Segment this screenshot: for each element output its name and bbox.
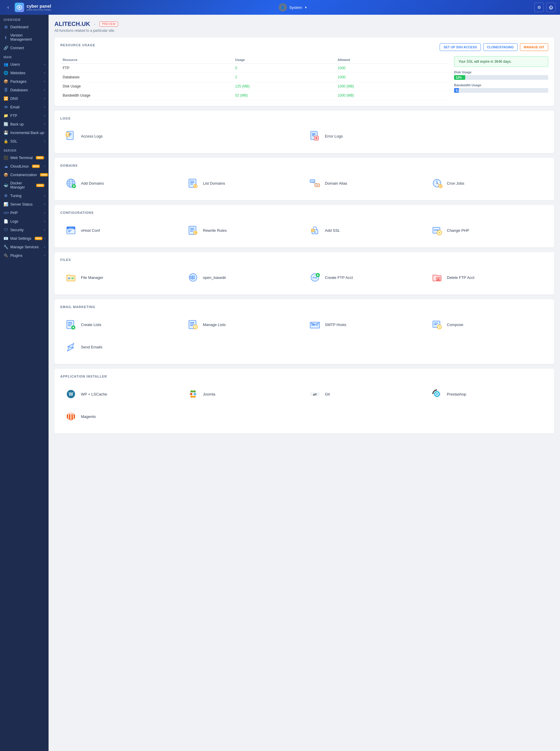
rewrite-rules-item[interactable]: Rewrite Rules xyxy=(182,219,304,242)
access-logs-item[interactable]: LOG Access Logs xyxy=(60,125,304,147)
power-button[interactable]: ⏻ xyxy=(546,3,556,12)
sidebar-item-manage-services[interactable]: 🔧Manage Services › xyxy=(0,243,48,251)
resource-allowed-val: 1000 xyxy=(335,73,448,82)
chevron-right-icon: › xyxy=(44,71,45,75)
preview-button[interactable]: PREVIEW xyxy=(99,21,118,26)
svg-rect-45 xyxy=(68,230,72,231)
sidebar-item-plugins[interactable]: 🔌Plugins › xyxy=(0,251,48,260)
ssh-access-button[interactable]: SET UP SSH ACCESS xyxy=(440,43,481,51)
sidebar-item-connect[interactable]: 🔗 Connect xyxy=(0,43,48,52)
sidebar-item-packages[interactable]: 📦Packages › xyxy=(0,77,48,86)
svg-rect-46 xyxy=(68,231,70,232)
create-lists-item[interactable]: Create Lists xyxy=(60,313,182,336)
topnav-actions: ⚙ ⏻ xyxy=(534,3,556,12)
open-basedir-item[interactable]: open_basedir xyxy=(182,266,304,289)
resource-usage-val: 125 (MB) xyxy=(233,82,335,91)
sidebar-item-databases[interactable]: 🗄Databases › xyxy=(0,86,48,94)
add-ssl-item[interactable]: SSL Add SSL xyxy=(304,219,426,242)
sidebar-item-tuning[interactable]: ⚙Tuning › xyxy=(0,191,48,200)
list-domains-item[interactable]: List Domains xyxy=(182,172,304,194)
files-title: FILES xyxy=(60,258,548,262)
smtp-hosts-item[interactable]: SMTP Hosts xyxy=(304,313,426,336)
file-manager-item[interactable]: File Manager xyxy=(60,266,182,289)
svg-rect-11 xyxy=(312,135,314,136)
settings-button[interactable]: ⚙ xyxy=(534,3,544,12)
list-domains-icon xyxy=(186,177,200,190)
new-badge: NEW xyxy=(35,237,43,240)
svg-point-102 xyxy=(436,393,438,395)
sidebar-item-logs[interactable]: 📄Logs › xyxy=(0,217,48,226)
security-icon: 🛡 xyxy=(3,228,8,232)
domain-alias-item[interactable]: .com .net Domain Alias xyxy=(304,172,426,194)
sidebar-item-users[interactable]: 👥Users › xyxy=(0,60,48,69)
smtp-hosts-label: SMTP Hosts xyxy=(325,323,346,327)
sidebar-item-mail-settings[interactable]: 📧Mail SettingsNEW › xyxy=(0,234,48,243)
list-domains-label: List Domains xyxy=(203,181,225,186)
send-emails-icon xyxy=(64,341,77,353)
resource-usage-val: 52 (MB) xyxy=(233,91,335,100)
create-ftp-item[interactable]: FTP Create FTP Acct xyxy=(304,266,426,289)
cron-jobs-item[interactable]: Cron Jobs xyxy=(426,172,548,194)
manage-git-button[interactable]: MANAGE GIT xyxy=(520,43,548,51)
git-item[interactable]: git Git xyxy=(304,383,426,405)
bw-usage-label: Bandwidth Usage xyxy=(454,83,548,87)
configurations-title: CONFIGURATIONS xyxy=(60,211,548,214)
access-logs-label: Access Logs xyxy=(81,134,103,138)
sidebar-item-dns[interactable]: 🔀DNS › xyxy=(0,94,48,103)
error-logs-item[interactable]: Error Logs xyxy=(304,125,548,147)
joomla-item[interactable]: Joomla xyxy=(182,383,304,405)
sidebar-item-incremental-backup[interactable]: 💾Incremental Back up › xyxy=(0,129,48,137)
logs-card: LOGS LOG Access Logs xyxy=(55,111,554,153)
add-domains-item[interactable]: Add Domains xyxy=(60,172,182,194)
sidebar-item-ssl[interactable]: 🔒SSL › xyxy=(0,137,48,146)
sidebar-item-server-status[interactable]: 📊Server Status › xyxy=(0,200,48,209)
create-ftp-label: Create FTP Acct xyxy=(325,275,353,280)
prestashop-item[interactable]: Prestashop xyxy=(426,383,548,405)
svg-rect-80 xyxy=(190,322,194,323)
delete-ftp-item[interactable]: Delete FTP Acct xyxy=(426,266,548,289)
sidebar-item-backup[interactable]: 🔄Back up › xyxy=(0,120,48,129)
configurations-grid: vHost vHost Conf xyxy=(60,219,548,242)
user-menu[interactable]: 👤 System ▼ xyxy=(279,3,307,12)
send-emails-item[interactable]: Send Emails xyxy=(60,336,182,358)
configurations-card: CONFIGURATIONS vHost vHost Conf xyxy=(55,205,554,247)
sidebar-item-email[interactable]: ✉Email › xyxy=(0,103,48,111)
magento-item[interactable]: Magento xyxy=(60,405,182,428)
table-row: Bandwidth Usage 52 (MB) 1000 (MB) xyxy=(60,91,448,100)
vhost-conf-item[interactable]: vHost vHost Conf xyxy=(60,219,182,242)
manage-lists-icon: ✓ xyxy=(186,318,200,331)
resource-table: Resource Usage Allowed FTP 0 1000 xyxy=(60,56,448,100)
wp-lscache-item[interactable]: W WP + LSCache xyxy=(60,383,182,405)
resource-allowed-val: 1000 (MB) xyxy=(335,91,448,100)
plugins-icon: 🔌 xyxy=(3,253,8,258)
svg-rect-75 xyxy=(68,325,71,326)
git-icon: git xyxy=(308,388,321,401)
svg-rect-90 xyxy=(434,323,438,323)
sidebar-toggle[interactable]: ‹ xyxy=(4,5,12,10)
svg-rect-81 xyxy=(190,324,194,324)
bw-progress-fill: 5.2 xyxy=(454,88,459,93)
svg-rect-24 xyxy=(190,181,194,181)
sidebar-item-php[interactable]: </>PHP › xyxy=(0,209,48,217)
open-basedir-icon xyxy=(186,271,200,284)
ssl-notice: Your SSL will expire in 3646 days. xyxy=(454,56,548,67)
sidebar-item-cloudlinux[interactable]: ☁CloudLinuxNEW › xyxy=(0,162,48,171)
add-ssl-icon: SSL xyxy=(308,224,321,237)
col-resource: Resource xyxy=(60,56,233,64)
ssl-icon: 🔒 xyxy=(3,139,8,143)
change-php-item[interactable]: PHP ✎ Change PHP xyxy=(426,219,548,242)
sidebar-item-docker[interactable]: 🐳Docker ManagerNEW › xyxy=(0,179,48,191)
domain-alias-label: Domain Alias xyxy=(325,181,347,186)
sidebar-item-dashboard[interactable]: ⊞ Dashboard xyxy=(0,23,48,31)
sidebar-item-version[interactable]: ℹ Version Management xyxy=(0,31,48,43)
compose-item[interactable]: ✎ Compose xyxy=(426,313,548,336)
sidebar-item-ftp[interactable]: 📁FTP › xyxy=(0,111,48,120)
open-basedir-label: open_basedir xyxy=(203,275,226,280)
clone-staging-button[interactable]: CLONE/STAGING xyxy=(483,43,518,51)
svg-text:✎: ✎ xyxy=(438,326,440,328)
manage-lists-item[interactable]: ✓ Manage Lists xyxy=(182,313,304,336)
sidebar-item-containerization[interactable]: 📦ContainerizationNEW › xyxy=(0,171,48,179)
sidebar-item-security[interactable]: 🛡Security › xyxy=(0,226,48,234)
sidebar-item-websites[interactable]: 🌐Websites › xyxy=(0,69,48,77)
sidebar-item-web-terminal[interactable]: ⬛Web TerminalNEW › xyxy=(0,153,48,162)
